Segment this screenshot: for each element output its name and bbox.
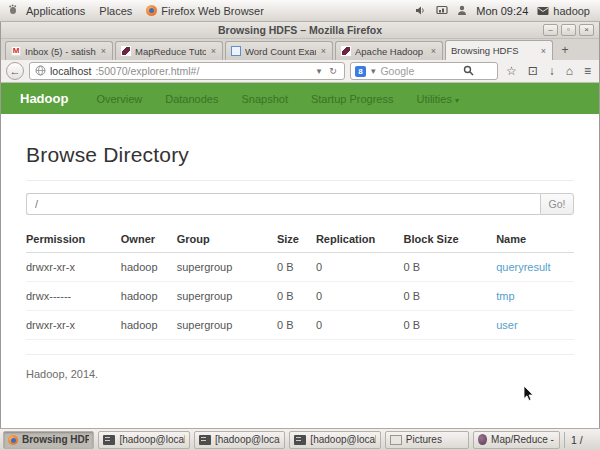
cell-replication: 0: [316, 282, 404, 311]
directory-path-input[interactable]: [26, 193, 540, 215]
col-permission: Permission: [26, 227, 121, 253]
task-label: [hadoop@localh...: [215, 434, 280, 445]
cell-block-size: 0 B: [404, 311, 497, 340]
table-row: drwx------ hadoop supergroup 0 B 0 0 B t…: [26, 282, 574, 311]
gnome-foot-icon: [8, 4, 19, 17]
places-menu[interactable]: Places: [92, 0, 139, 21]
engine-dropdown-icon[interactable]: ▾: [369, 66, 378, 76]
maximize-button[interactable]: ▫: [561, 24, 576, 36]
taskbar-item-pictures[interactable]: Pictures: [385, 431, 470, 449]
cell-permission: drwxr-xr-x: [26, 311, 121, 340]
cell-replication: 0: [316, 311, 404, 340]
go-button[interactable]: Go!: [540, 193, 574, 215]
panel-clock[interactable]: Mon 09:24: [476, 5, 528, 17]
tab-close-icon[interactable]: ×: [320, 46, 327, 56]
tab-gmail-inbox[interactable]: M Inbox (5) - satish.... ×: [5, 41, 113, 60]
dir-link-tmp[interactable]: tmp: [496, 290, 514, 302]
tab-bar: M Inbox (5) - satish.... × MapReduce Tut…: [1, 39, 599, 60]
taskbar-item-terminal-3[interactable]: [hadoop@localh...: [289, 431, 380, 449]
search-engine-icon[interactable]: 8: [355, 66, 366, 77]
table-row: drwxr-xr-x hadoop supergroup 0 B 0 0 B u…: [26, 311, 574, 340]
workspace-switcher[interactable]: 1 / 4: [564, 432, 597, 448]
cell-size: 0 B: [277, 311, 316, 340]
tab-label: MapReduce Tutorial: [135, 46, 206, 57]
home-icon[interactable]: ⌂: [563, 62, 576, 80]
user-menu[interactable]: hadoop: [537, 5, 592, 17]
minimize-button[interactable]: –: [543, 24, 558, 36]
col-block-size: Block Size: [404, 227, 497, 253]
desktop: Applications Places Firefox Web Browser …: [0, 0, 600, 450]
tab-apache-hadoop[interactable]: Apache Hadoop 2.... ×: [335, 41, 443, 60]
nav-item-datanodes[interactable]: Datanodes: [165, 93, 218, 105]
taskbar-item-terminal-1[interactable]: [hadoop@localh...: [98, 431, 189, 449]
tab-browsing-hdfs-active[interactable]: Browsing HDFS ×: [445, 40, 553, 60]
divider: [26, 180, 574, 181]
tab-close-icon[interactable]: ×: [100, 46, 107, 56]
gnome-top-panel: Applications Places Firefox Web Browser …: [0, 0, 600, 22]
new-tab-button[interactable]: +: [555, 42, 575, 60]
task-label: [hadoop@localh...: [310, 434, 375, 445]
nav-item-overview[interactable]: Overview: [96, 93, 142, 105]
nav-item-snapshot[interactable]: Snapshot: [241, 93, 287, 105]
bookmarks-panel-icon[interactable]: ⊡: [525, 62, 541, 80]
hadoop-brand[interactable]: Hadoop: [20, 91, 68, 106]
tab-label: Inbox (5) - satish....: [25, 46, 96, 57]
dir-link-user[interactable]: user: [496, 319, 517, 331]
search-input[interactable]: [380, 65, 460, 77]
window-titlebar[interactable]: Browsing HDFS – Mozilla Firefox – ▫ ×: [1, 22, 599, 39]
directory-path-group: Go!: [26, 193, 574, 215]
places-menu-label: Places: [99, 5, 132, 17]
url-dropdown-icon[interactable]: ▾: [315, 66, 324, 76]
display-status-icon[interactable]: [436, 5, 448, 16]
tab-close-icon[interactable]: ×: [430, 46, 437, 56]
task-label: Map/Reduce - E...: [491, 434, 555, 445]
site-identity-globe-icon[interactable]: [35, 65, 46, 78]
nav-item-utilities[interactable]: Utilities ▾: [416, 93, 459, 105]
cell-owner: hadoop: [121, 253, 177, 282]
volume-icon[interactable]: [415, 5, 427, 16]
firefox-menu[interactable]: Firefox Web Browser: [139, 0, 271, 21]
cell-permission: drwxr-xr-x: [26, 253, 121, 282]
taskbar-item-terminal-2[interactable]: [hadoop@localh...: [194, 431, 285, 449]
cell-owner: hadoop: [121, 311, 177, 340]
search-bar[interactable]: 8 ▾: [350, 62, 498, 80]
tab-close-icon[interactable]: ×: [210, 46, 217, 56]
tab-mapreduce-tutorial[interactable]: MapReduce Tutorial ×: [115, 41, 223, 60]
cell-owner: hadoop: [121, 282, 177, 311]
url-bar[interactable]: localhost :50070/explorer.html#/ ▾ ↻: [29, 62, 345, 80]
taskbar-item-mapreduce-eclipse[interactable]: Map/Reduce - E...: [473, 431, 560, 449]
cell-permission: drwx------: [26, 282, 121, 311]
reload-icon[interactable]: ↻: [327, 66, 339, 76]
applications-menu[interactable]: Applications: [19, 0, 92, 21]
tab-close-icon[interactable]: ×: [540, 46, 547, 56]
page-viewport: Hadoop Overview Datanodes Snapshot Start…: [1, 83, 599, 428]
cell-replication: 0: [316, 253, 404, 282]
back-button[interactable]: ←: [6, 62, 24, 80]
downloads-icon[interactable]: ↓: [546, 62, 558, 80]
nav-item-startup-progress[interactable]: Startup Progress: [311, 93, 394, 105]
table-row: drwxr-xr-x hadoop supergroup 0 B 0 0 B q…: [26, 253, 574, 282]
tab-word-count-example[interactable]: Word Count Exam... ×: [225, 41, 333, 60]
terminal-icon: [103, 435, 115, 445]
page-footer: Hadoop, 2014.: [26, 368, 574, 380]
cell-block-size: 0 B: [404, 253, 497, 282]
taskbar-item-browsing-hdfs[interactable]: Browsing HDFS ...: [3, 431, 94, 449]
bookmark-star-icon[interactable]: ☆: [503, 62, 520, 80]
tab-label: Browsing HDFS: [451, 45, 536, 56]
dir-link-queryresult[interactable]: queryresult: [496, 261, 550, 273]
task-label: [hadoop@localh...: [119, 434, 184, 445]
firefox-icon: [8, 435, 18, 445]
tab-label: Apache Hadoop 2....: [355, 46, 426, 57]
col-name: Name: [496, 227, 574, 253]
menu-hamburger-icon[interactable]: ≡: [581, 62, 594, 80]
task-label: Pictures: [406, 434, 442, 445]
firefox-icon: [146, 5, 157, 16]
user-status-icon[interactable]: [457, 5, 467, 16]
caret-down-icon: ▾: [455, 96, 459, 105]
col-owner: Owner: [121, 227, 177, 253]
mouse-cursor: [523, 385, 534, 406]
search-go-icon[interactable]: [463, 62, 474, 80]
cell-group: supergroup: [177, 253, 277, 282]
close-button[interactable]: ×: [579, 24, 594, 36]
col-size: Size: [277, 227, 316, 253]
